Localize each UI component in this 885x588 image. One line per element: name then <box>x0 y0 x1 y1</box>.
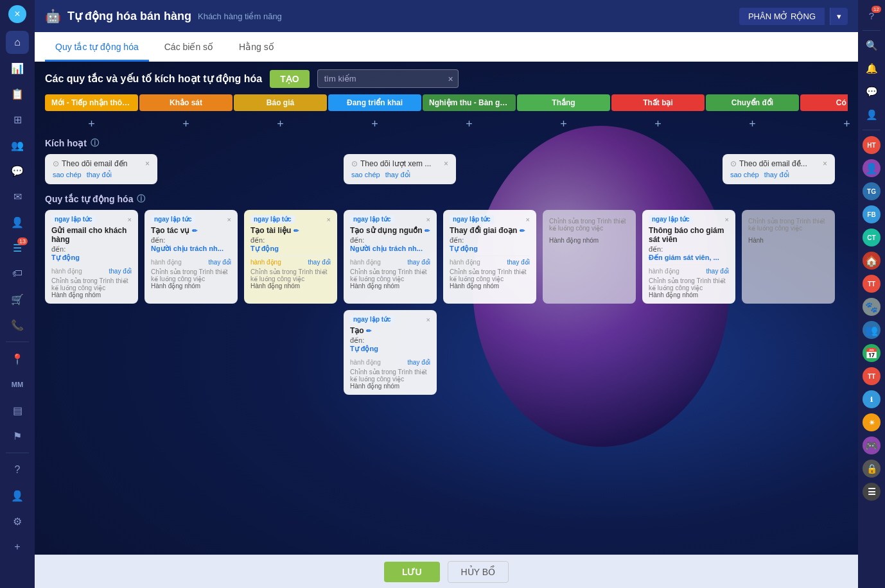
sidebar-icon-plus[interactable]: + <box>6 535 29 558</box>
avatar-sun[interactable]: ☀ <box>863 413 881 431</box>
rule-card-tao-hanh-dong[interactable]: hành động <box>350 359 381 366</box>
rule-card-tao-tai-lieu-thay-doi[interactable]: thay đổi <box>308 259 331 266</box>
rule-card-tao-tac-vu-thay-doi[interactable]: thay đổi <box>209 259 231 266</box>
search-clear-icon[interactable]: × <box>448 74 453 84</box>
rule-card-tao-tai-lieu-close[interactable]: × <box>327 216 331 223</box>
sidebar-icon-cart[interactable]: 🛒 <box>6 288 29 311</box>
rule-card-gui-email-thay-doi[interactable]: thay đổi <box>109 268 132 275</box>
stage-khao-sat[interactable]: Khảo sát <box>139 94 232 111</box>
stage-chuyen-doi[interactable]: Chuyển đổi <box>706 94 799 111</box>
stage-add-8[interactable]: + <box>706 116 799 132</box>
rule-card-thong-bao-hanh-dong[interactable]: hành động <box>649 268 679 275</box>
trigger-card-1-copy[interactable]: sao chép <box>53 171 82 179</box>
rule-card-thong-bao-close[interactable]: × <box>725 216 729 223</box>
tab-cac-bien-so[interactable]: Các biến số <box>154 34 223 62</box>
avatar-menu[interactable]: ☰ <box>863 483 881 501</box>
stage-add-6[interactable]: + <box>517 116 610 132</box>
trigger-card-3-edit[interactable]: thay đổi <box>764 171 789 179</box>
avatar-tt[interactable]: TT <box>863 275 881 293</box>
rule-card-tao-tai-lieu-hanh-dong[interactable]: hành động <box>250 259 281 266</box>
avatar-user1[interactable]: 👤 <box>863 159 881 177</box>
sidebar-icon-phone[interactable]: 📞 <box>6 313 29 336</box>
search-input[interactable] <box>317 69 459 88</box>
expand-arrow-button[interactable]: ▾ <box>830 8 848 25</box>
sidebar-icon-person2[interactable]: 👤 <box>6 484 29 507</box>
stage-add-4[interactable]: + <box>328 116 421 132</box>
trigger-card-2-close[interactable]: × <box>444 159 448 168</box>
tab-quy-tac[interactable]: Quy tắc tự động hóa <box>45 34 149 62</box>
tab-hang-so[interactable]: Hằng số <box>229 34 285 62</box>
rule-card-tao-su-dung-edit-icon[interactable]: ✏ <box>425 227 430 234</box>
rule-card-tao-tac-vu-edit-icon[interactable]: ✏ <box>192 227 197 234</box>
stage-trien-khai[interactable]: Đang triển khai <box>328 94 421 111</box>
create-button[interactable]: TẠO <box>270 70 309 88</box>
avatar-dog[interactable]: 🐾 <box>863 298 881 316</box>
close-button[interactable]: × <box>8 5 26 23</box>
stage-co-t[interactable]: Có t... <box>800 94 848 111</box>
trigger-card-2-edit[interactable]: thay đổi <box>385 171 410 179</box>
rule-card-thay-doi-gd-hanh-dong[interactable]: hành động <box>450 259 480 266</box>
sidebar-icon-mail[interactable]: ✉ <box>6 185 29 208</box>
stage-moi[interactable]: Mới - Tiếp nhận thông... <box>45 94 138 111</box>
trigger-card-1-close[interactable]: × <box>145 159 150 168</box>
sidebar-icon-chart[interactable]: 📊 <box>6 56 29 80</box>
rule-card-tao-close[interactable]: × <box>426 316 430 324</box>
avatar-game[interactable]: 🎮 <box>863 437 881 454</box>
avatar-team[interactable]: 👥 <box>863 321 881 339</box>
right-bell-icon[interactable]: 🔔 <box>861 58 882 79</box>
kich-hoat-help-icon[interactable]: ⓘ <box>91 137 99 149</box>
expand-button[interactable]: PHÂN MỞ RỘNG <box>739 8 825 25</box>
rule-card-thay-doi-gd-close[interactable]: × <box>526 216 530 223</box>
rule-card-tao-su-dung-close[interactable]: × <box>426 216 430 223</box>
sidebar-icon-bar[interactable]: ▤ <box>6 399 29 422</box>
avatar-cal[interactable]: 📅 <box>863 344 881 362</box>
sidebar-icon-grid[interactable]: ⊞ <box>6 108 29 131</box>
avatar-ct[interactable]: CT <box>863 229 881 246</box>
rule-card-tao-tai-lieu-edit-icon[interactable]: ✏ <box>294 227 299 234</box>
sidebar-icon-people[interactable]: 👥 <box>6 134 29 157</box>
stage-add-1[interactable]: + <box>45 116 138 132</box>
avatar-fb[interactable]: FB <box>863 205 881 223</box>
stage-add-5[interactable]: + <box>423 116 516 132</box>
quy-tac-help-icon[interactable]: ⓘ <box>137 193 145 205</box>
stage-nghiem-thu[interactable]: Nghiệm thu - Bàn giao <box>423 94 516 111</box>
stage-add-2[interactable]: + <box>139 116 232 132</box>
rule-card-thay-doi-gd-edit-icon[interactable]: ✏ <box>520 227 525 234</box>
stage-add-9[interactable]: + <box>800 116 858 132</box>
stage-bao-gia[interactable]: Báo giá <box>234 94 327 111</box>
right-chat-icon[interactable]: 💬 <box>861 82 882 102</box>
right-question-icon[interactable]: ?12 <box>861 5 882 26</box>
rule-card-gui-email-hanh-dong[interactable]: hành động <box>51 268 82 275</box>
right-search-icon[interactable]: 🔍 <box>861 35 882 56</box>
sidebar-icon-list[interactable]: ☰13 <box>6 236 29 259</box>
avatar-home2[interactable]: 🏠 <box>863 252 881 270</box>
sidebar-icon-users[interactable]: 👤 <box>6 211 29 234</box>
avatar-lock[interactable]: 🔒 <box>863 460 881 478</box>
trigger-card-3-close[interactable]: × <box>823 159 827 168</box>
rule-card-thay-doi-gd-thay-doi[interactable]: thay đổi <box>507 259 530 266</box>
avatar-ht[interactable]: HT <box>863 136 881 154</box>
rule-card-tao-su-dung-hanh-dong[interactable]: hành động <box>350 259 381 266</box>
rule-card-tao-su-dung-thay-doi[interactable]: thay đổi <box>408 259 430 266</box>
trigger-card-3-copy[interactable]: sao chép <box>730 171 759 179</box>
sidebar-icon-flag[interactable]: ⚑ <box>6 424 29 447</box>
sidebar-icon-home[interactable]: ⌂ <box>6 31 29 54</box>
sidebar-icon-question[interactable]: ? <box>6 458 29 481</box>
avatar-info[interactable]: ℹ <box>863 390 881 408</box>
sidebar-icon-gear[interactable]: ⚙ <box>6 510 29 533</box>
trigger-card-2-copy[interactable]: sao chép <box>351 171 380 179</box>
sidebar-icon-document[interactable]: 📋 <box>6 82 29 105</box>
right-person-icon[interactable]: 👤 <box>861 105 882 125</box>
stage-add-3[interactable]: + <box>234 116 327 132</box>
stage-that-bai[interactable]: Thất bại <box>611 94 705 111</box>
cancel-button[interactable]: HỦY BỔ <box>448 561 509 583</box>
avatar-tg[interactable]: TG <box>863 182 881 200</box>
stage-thang[interactable]: Thắng <box>517 94 610 111</box>
rule-card-gui-email-close[interactable]: × <box>128 216 132 223</box>
rule-card-tao-tac-vu-close[interactable]: × <box>227 216 231 223</box>
avatar-tt2[interactable]: TT <box>863 367 881 385</box>
sidebar-icon-speech[interactable]: 💬 <box>6 159 29 182</box>
sidebar-icon-location[interactable]: 📍 <box>6 347 29 370</box>
save-button[interactable]: LƯU <box>384 562 440 582</box>
rule-card-tao-thay-doi[interactable]: thay đổi <box>408 359 430 366</box>
